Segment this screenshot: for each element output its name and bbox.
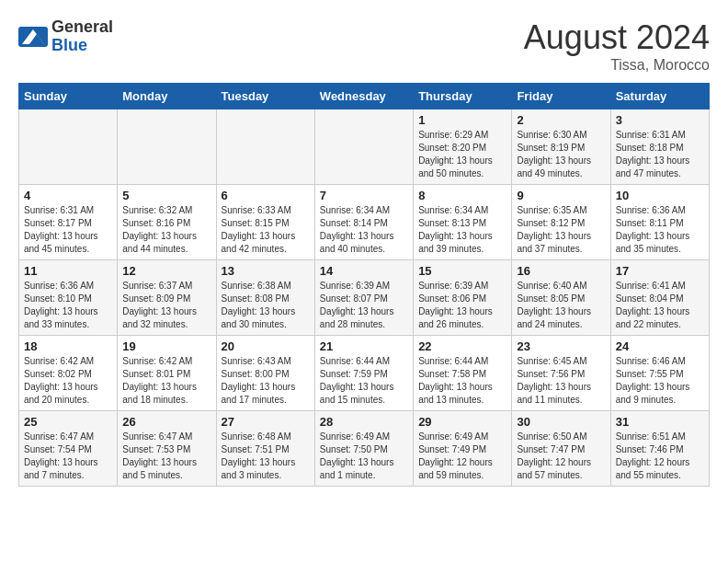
day-number: 4 xyxy=(24,189,112,202)
cell-content: Sunrise: 6:43 AM Sunset: 8:00 PM Dayligh… xyxy=(222,355,310,407)
calendar-cell: 14Sunrise: 6:39 AM Sunset: 8:07 PM Dayli… xyxy=(314,260,413,336)
calendar-cell: 3Sunrise: 6:31 AM Sunset: 8:18 PM Daylig… xyxy=(610,109,709,185)
day-number: 10 xyxy=(616,189,704,202)
day-number: 17 xyxy=(616,264,704,278)
calendar-week-row: 18Sunrise: 6:42 AM Sunset: 8:02 PM Dayli… xyxy=(19,336,710,411)
cell-content: Sunrise: 6:33 AM Sunset: 8:15 PM Dayligh… xyxy=(222,204,310,256)
cell-content: Sunrise: 6:49 AM Sunset: 7:49 PM Dayligh… xyxy=(418,431,506,482)
calendar-cell: 9Sunrise: 6:35 AM Sunset: 8:12 PM Daylig… xyxy=(512,185,610,260)
calendar-week-row: 11Sunrise: 6:36 AM Sunset: 8:10 PM Dayli… xyxy=(19,260,710,336)
cell-content: Sunrise: 6:30 AM Sunset: 8:19 PM Dayligh… xyxy=(517,129,605,180)
day-number: 12 xyxy=(122,264,210,278)
calendar-cell: 24Sunrise: 6:46 AM Sunset: 7:55 PM Dayli… xyxy=(610,336,709,411)
calendar-cell xyxy=(19,109,118,185)
logo: General Blue xyxy=(18,18,113,55)
col-header-wednesday: Wednesday xyxy=(314,84,413,109)
calendar-week-row: 25Sunrise: 6:47 AM Sunset: 7:54 PM Dayli… xyxy=(19,411,710,487)
day-number: 24 xyxy=(616,339,704,353)
calendar-cell: 8Sunrise: 6:34 AM Sunset: 8:13 PM Daylig… xyxy=(414,185,512,260)
day-number: 30 xyxy=(517,415,605,429)
cell-content: Sunrise: 6:31 AM Sunset: 8:18 PM Dayligh… xyxy=(616,129,704,180)
month-year-title: August 2024 xyxy=(524,18,710,57)
title-block: August 2024 Tissa, Morocco xyxy=(524,18,710,74)
calendar-cell: 17Sunrise: 6:41 AM Sunset: 8:04 PM Dayli… xyxy=(610,260,709,336)
day-number: 14 xyxy=(320,264,408,278)
calendar-cell: 20Sunrise: 6:43 AM Sunset: 8:00 PM Dayli… xyxy=(216,336,314,411)
calendar-cell: 26Sunrise: 6:47 AM Sunset: 7:53 PM Dayli… xyxy=(118,411,216,487)
calendar-cell: 28Sunrise: 6:49 AM Sunset: 7:50 PM Dayli… xyxy=(314,411,413,487)
cell-content: Sunrise: 6:34 AM Sunset: 8:13 PM Dayligh… xyxy=(418,204,506,256)
day-number: 20 xyxy=(222,339,310,353)
day-number: 28 xyxy=(320,415,408,429)
cell-content: Sunrise: 6:46 AM Sunset: 7:55 PM Dayligh… xyxy=(616,355,704,407)
calendar-cell: 2Sunrise: 6:30 AM Sunset: 8:19 PM Daylig… xyxy=(512,109,610,185)
cell-content: Sunrise: 6:49 AM Sunset: 7:50 PM Dayligh… xyxy=(320,431,408,482)
cell-content: Sunrise: 6:44 AM Sunset: 7:59 PM Dayligh… xyxy=(320,355,408,407)
cell-content: Sunrise: 6:36 AM Sunset: 8:10 PM Dayligh… xyxy=(24,280,112,331)
cell-content: Sunrise: 6:36 AM Sunset: 8:11 PM Dayligh… xyxy=(616,204,704,256)
day-number: 2 xyxy=(517,113,605,127)
day-number: 31 xyxy=(616,415,704,429)
cell-content: Sunrise: 6:35 AM Sunset: 8:12 PM Dayligh… xyxy=(517,204,605,256)
calendar-header-row: SundayMondayTuesdayWednesdayThursdayFrid… xyxy=(19,84,710,109)
cell-content: Sunrise: 6:45 AM Sunset: 7:56 PM Dayligh… xyxy=(517,355,605,407)
calendar-cell: 15Sunrise: 6:39 AM Sunset: 8:06 PM Dayli… xyxy=(414,260,512,336)
day-number: 23 xyxy=(517,339,605,353)
day-number: 25 xyxy=(24,415,112,429)
calendar-cell: 11Sunrise: 6:36 AM Sunset: 8:10 PM Dayli… xyxy=(19,260,118,336)
calendar-cell xyxy=(118,109,216,185)
cell-content: Sunrise: 6:37 AM Sunset: 8:09 PM Dayligh… xyxy=(122,280,210,331)
page-header: General Blue August 2024 Tissa, Morocco xyxy=(18,18,710,74)
day-number: 11 xyxy=(24,264,112,278)
calendar-cell: 7Sunrise: 6:34 AM Sunset: 8:14 PM Daylig… xyxy=(314,185,413,260)
calendar-table: SundayMondayTuesdayWednesdayThursdayFrid… xyxy=(18,83,710,487)
cell-content: Sunrise: 6:48 AM Sunset: 7:51 PM Dayligh… xyxy=(222,431,310,482)
day-number: 29 xyxy=(418,415,506,429)
calendar-cell: 29Sunrise: 6:49 AM Sunset: 7:49 PM Dayli… xyxy=(414,411,512,487)
calendar-cell: 30Sunrise: 6:50 AM Sunset: 7:47 PM Dayli… xyxy=(512,411,610,487)
calendar-cell: 19Sunrise: 6:42 AM Sunset: 8:01 PM Dayli… xyxy=(118,336,216,411)
day-number: 26 xyxy=(122,415,210,429)
cell-content: Sunrise: 6:32 AM Sunset: 8:16 PM Dayligh… xyxy=(122,204,210,256)
calendar-cell: 13Sunrise: 6:38 AM Sunset: 8:08 PM Dayli… xyxy=(216,260,314,336)
cell-content: Sunrise: 6:42 AM Sunset: 8:01 PM Dayligh… xyxy=(122,355,210,407)
calendar-cell xyxy=(216,109,314,185)
calendar-cell xyxy=(314,109,413,185)
calendar-cell: 5Sunrise: 6:32 AM Sunset: 8:16 PM Daylig… xyxy=(118,185,216,260)
col-header-tuesday: Tuesday xyxy=(216,84,314,109)
col-header-sunday: Sunday xyxy=(19,84,118,109)
cell-content: Sunrise: 6:39 AM Sunset: 8:07 PM Dayligh… xyxy=(320,280,408,331)
cell-content: Sunrise: 6:29 AM Sunset: 8:20 PM Dayligh… xyxy=(418,129,506,180)
day-number: 7 xyxy=(320,189,408,202)
calendar-cell: 25Sunrise: 6:47 AM Sunset: 7:54 PM Dayli… xyxy=(19,411,118,487)
calendar-cell: 16Sunrise: 6:40 AM Sunset: 8:05 PM Dayli… xyxy=(512,260,610,336)
cell-content: Sunrise: 6:47 AM Sunset: 7:54 PM Dayligh… xyxy=(24,431,112,482)
day-number: 18 xyxy=(24,339,112,353)
day-number: 9 xyxy=(517,189,605,202)
logo-icon xyxy=(18,27,48,47)
calendar-cell: 10Sunrise: 6:36 AM Sunset: 8:11 PM Dayli… xyxy=(610,185,709,260)
day-number: 6 xyxy=(222,189,310,202)
cell-content: Sunrise: 6:31 AM Sunset: 8:17 PM Dayligh… xyxy=(24,204,112,256)
calendar-cell: 21Sunrise: 6:44 AM Sunset: 7:59 PM Dayli… xyxy=(314,336,413,411)
day-number: 22 xyxy=(418,339,506,353)
location-subtitle: Tissa, Morocco xyxy=(524,57,710,74)
day-number: 16 xyxy=(517,264,605,278)
calendar-cell: 1Sunrise: 6:29 AM Sunset: 8:20 PM Daylig… xyxy=(414,109,512,185)
calendar-cell: 4Sunrise: 6:31 AM Sunset: 8:17 PM Daylig… xyxy=(19,185,118,260)
day-number: 27 xyxy=(222,415,310,429)
day-number: 3 xyxy=(616,113,704,127)
calendar-week-row: 4Sunrise: 6:31 AM Sunset: 8:17 PM Daylig… xyxy=(19,185,710,260)
calendar-cell: 23Sunrise: 6:45 AM Sunset: 7:56 PM Dayli… xyxy=(512,336,610,411)
calendar-cell: 18Sunrise: 6:42 AM Sunset: 8:02 PM Dayli… xyxy=(19,336,118,411)
day-number: 1 xyxy=(418,113,506,127)
col-header-saturday: Saturday xyxy=(610,84,709,109)
cell-content: Sunrise: 6:47 AM Sunset: 7:53 PM Dayligh… xyxy=(122,431,210,482)
calendar-cell: 27Sunrise: 6:48 AM Sunset: 7:51 PM Dayli… xyxy=(216,411,314,487)
col-header-friday: Friday xyxy=(512,84,610,109)
day-number: 13 xyxy=(222,264,310,278)
calendar-week-row: 1Sunrise: 6:29 AM Sunset: 8:20 PM Daylig… xyxy=(19,109,710,185)
cell-content: Sunrise: 6:40 AM Sunset: 8:05 PM Dayligh… xyxy=(517,280,605,331)
day-number: 21 xyxy=(320,339,408,353)
calendar-cell: 22Sunrise: 6:44 AM Sunset: 7:58 PM Dayli… xyxy=(414,336,512,411)
